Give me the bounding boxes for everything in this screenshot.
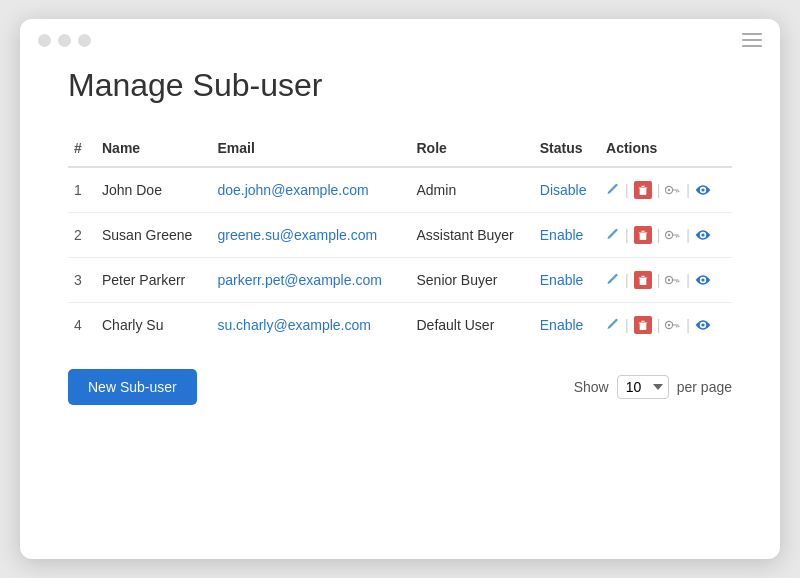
edit-icon[interactable] — [606, 318, 620, 332]
table-row: 2 Susan Greene greene.su@example.com Ass… — [68, 213, 732, 258]
svg-rect-19 — [678, 326, 679, 328]
eye-icon[interactable] — [695, 274, 711, 286]
cell-num: 4 — [68, 303, 96, 348]
action-sep-2: | — [657, 227, 661, 243]
app-window: Manage Sub-user # Name Email Role Status… — [20, 19, 780, 559]
cell-role: Assistant Buyer — [410, 213, 533, 258]
action-sep-1: | — [625, 272, 629, 288]
edit-icon[interactable] — [606, 273, 620, 287]
col-header-email: Email — [211, 132, 410, 167]
svg-rect-2 — [672, 189, 678, 190]
cell-num: 2 — [68, 213, 96, 258]
cell-name: Peter Parkerr — [96, 258, 211, 303]
action-sep-3: | — [686, 182, 690, 198]
cell-name: Charly Su — [96, 303, 211, 348]
col-header-name: Name — [96, 132, 211, 167]
key-icon[interactable] — [665, 318, 681, 332]
main-content: Manage Sub-user # Name Email Role Status… — [20, 57, 780, 347]
cell-num: 3 — [68, 258, 96, 303]
titlebar — [20, 19, 780, 57]
eye-icon[interactable] — [695, 229, 711, 241]
new-subuser-button[interactable]: New Sub-user — [68, 369, 197, 405]
cell-status: Disable — [534, 167, 600, 213]
cell-actions: | | — [600, 167, 732, 213]
traffic-light-maximize — [78, 34, 91, 47]
svg-point-6 — [668, 234, 670, 236]
cell-status: Enable — [534, 303, 600, 348]
per-page-label: per page — [677, 379, 732, 395]
eye-icon[interactable] — [695, 184, 711, 196]
cell-email: doe.john@example.com — [211, 167, 410, 213]
delete-icon[interactable] — [634, 226, 652, 244]
traffic-light-minimize — [58, 34, 71, 47]
action-sep-2: | — [657, 182, 661, 198]
action-sep-1: | — [625, 182, 629, 198]
svg-rect-9 — [678, 236, 679, 238]
action-sep-3: | — [686, 317, 690, 333]
svg-rect-12 — [672, 279, 678, 280]
delete-icon[interactable] — [634, 181, 652, 199]
cell-actions: | | — [600, 258, 732, 303]
table-row: 4 Charly Su su.charly@example.com Defaul… — [68, 303, 732, 348]
col-header-actions: Actions — [600, 132, 732, 167]
action-sep-3: | — [686, 227, 690, 243]
traffic-light-close — [38, 34, 51, 47]
col-header-num: # — [68, 132, 96, 167]
edit-icon[interactable] — [606, 183, 620, 197]
cell-role: Senior Buyer — [410, 258, 533, 303]
cell-status: Enable — [534, 213, 600, 258]
key-icon[interactable] — [665, 273, 681, 287]
cell-status: Enable — [534, 258, 600, 303]
svg-rect-17 — [672, 324, 678, 325]
svg-rect-3 — [676, 191, 677, 193]
key-icon[interactable] — [665, 183, 681, 197]
table-row: 1 John Doe doe.john@example.com Admin Di… — [68, 167, 732, 213]
action-sep-3: | — [686, 272, 690, 288]
svg-rect-18 — [676, 326, 677, 328]
edit-icon[interactable] — [606, 228, 620, 242]
svg-point-11 — [668, 279, 670, 281]
cell-actions: | | — [600, 303, 732, 348]
col-header-role: Role — [410, 132, 533, 167]
cell-num: 1 — [68, 167, 96, 213]
svg-point-16 — [668, 324, 670, 326]
table-row: 3 Peter Parkerr parkerr.pet@example.com … — [68, 258, 732, 303]
hamburger-menu-icon[interactable] — [742, 33, 762, 47]
cell-actions: | | — [600, 213, 732, 258]
svg-rect-8 — [676, 236, 677, 238]
page-title: Manage Sub-user — [68, 67, 732, 104]
cell-email: parkerr.pet@example.com — [211, 258, 410, 303]
cell-email: greene.su@example.com — [211, 213, 410, 258]
svg-rect-4 — [678, 191, 679, 193]
key-icon[interactable] — [665, 228, 681, 242]
cell-email: su.charly@example.com — [211, 303, 410, 348]
delete-icon[interactable] — [634, 316, 652, 334]
cell-role: Default User — [410, 303, 533, 348]
svg-rect-13 — [676, 281, 677, 283]
cell-name: John Doe — [96, 167, 211, 213]
action-sep-1: | — [625, 227, 629, 243]
action-sep-1: | — [625, 317, 629, 333]
show-label: Show — [574, 379, 609, 395]
pagination-controls: Show 102550100 per page — [574, 375, 732, 399]
eye-icon[interactable] — [695, 319, 711, 331]
users-table: # Name Email Role Status Actions 1 John … — [68, 132, 732, 347]
col-header-status: Status — [534, 132, 600, 167]
svg-point-1 — [668, 189, 670, 191]
cell-role: Admin — [410, 167, 533, 213]
per-page-select[interactable]: 102550100 — [617, 375, 669, 399]
cell-name: Susan Greene — [96, 213, 211, 258]
action-sep-2: | — [657, 317, 661, 333]
svg-rect-7 — [672, 234, 678, 235]
delete-icon[interactable] — [634, 271, 652, 289]
action-sep-2: | — [657, 272, 661, 288]
svg-rect-14 — [678, 281, 679, 283]
traffic-lights — [38, 34, 91, 47]
footer: New Sub-user Show 102550100 per page — [20, 347, 780, 405]
